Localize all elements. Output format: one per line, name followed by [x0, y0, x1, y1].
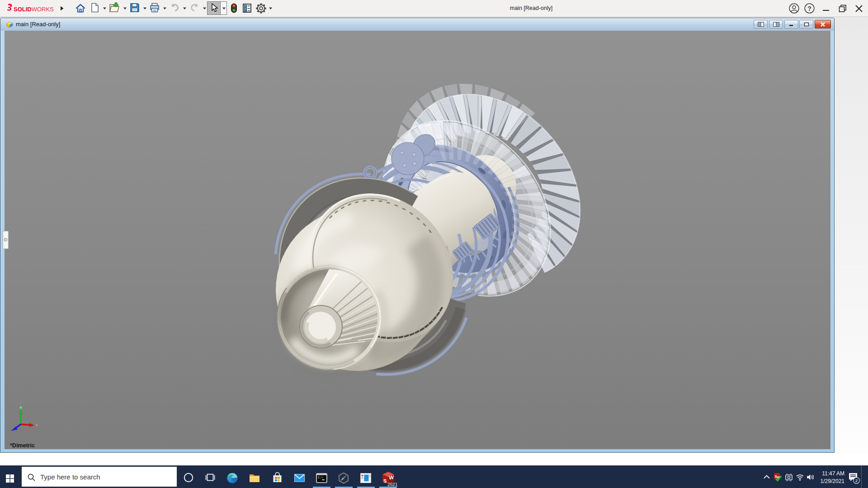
svg-text:x: x: [36, 422, 38, 427]
svg-text:W: W: [389, 474, 394, 480]
svg-text:?: ?: [807, 5, 811, 12]
svg-text:S: S: [383, 478, 387, 484]
svg-text:2: 2: [855, 478, 858, 483]
svg-text:C:\: C:\: [318, 476, 323, 479]
svg-text:SOLIDWORKS: SOLIDWORKS: [14, 6, 54, 13]
